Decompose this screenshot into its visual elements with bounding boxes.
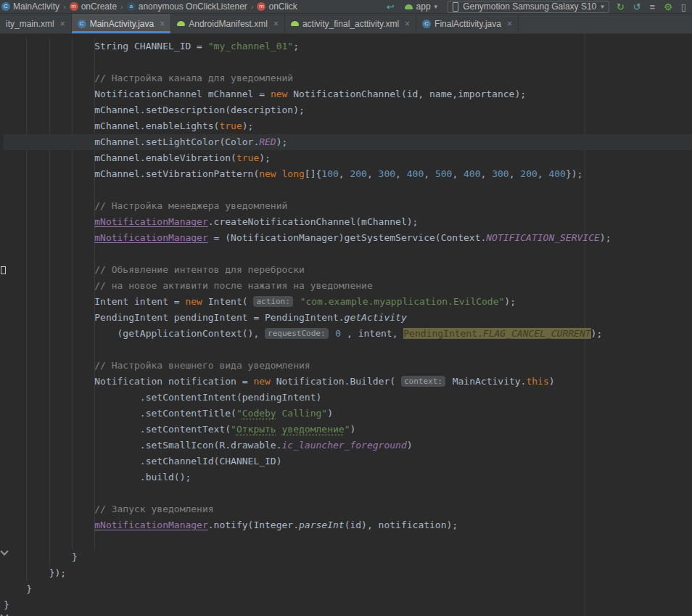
tab-label: activity_final_acttivity.xml — [302, 19, 399, 29]
code-line[interactable]: } — [4, 581, 692, 597]
code-token: mChannel.setVibrationPattern( — [94, 168, 259, 179]
code-line[interactable]: mChannel.setLightColor(Color.RED); — [4, 134, 692, 150]
code-line[interactable]: String CHANNEL_ID = "my_channel_01"; — [4, 38, 692, 54]
code-token: // Запуск уведомления — [94, 504, 213, 514]
code-line[interactable]: }); — [4, 565, 692, 581]
tab-label: ity_main.xml — [6, 19, 54, 29]
toolbar-action-icons: ↻↺≡⚙▯ — [617, 2, 686, 12]
code-token: ); — [276, 136, 288, 147]
code-line[interactable]: (getApplicationContext(), requestCode: 0… — [4, 326, 692, 342]
close-tab-icon[interactable]: × — [507, 19, 512, 29]
code-line[interactable]: .setContentTitle("Codeby Calling") — [4, 406, 692, 422]
code-token: // на новое активити после нажатия на ув… — [94, 280, 373, 291]
code-token: mChannel.setLightColor(Color. — [94, 136, 259, 147]
android-file-icon — [177, 21, 185, 26]
code-line[interactable] — [4, 54, 692, 70]
code-line[interactable]: mChannel.enableLights(true); — [4, 118, 692, 134]
breadcrumb-item-onclick[interactable]: monClick — [257, 1, 297, 12]
code-token: NOTIFICATION_SERVICE — [486, 232, 600, 243]
code-line[interactable]: PendingIntent pendingIntent = PendingInt… — [4, 310, 692, 326]
breadcrumb-label: anonymous OnClickListener — [139, 1, 247, 12]
code-line[interactable]: mNotificationManager.notify(Integer.pars… — [4, 517, 692, 533]
code-line[interactable]: } — [4, 549, 692, 565]
code-line[interactable] — [4, 342, 692, 358]
code-token: , intent, — [341, 328, 403, 339]
editor-tab-ity-main-xml[interactable]: ity_main.xml× — [0, 14, 72, 33]
code-line[interactable]: .build(); — [4, 469, 692, 485]
breadcrumb-item-mainactivity[interactable]: CMainActivity — [1, 1, 59, 12]
editor-tab-finalacttivity-java[interactable]: CFinalActtivity.java× — [416, 14, 519, 33]
code-line[interactable]: // Запуск уведомления — [4, 501, 692, 517]
code-line[interactable]: mChannel.enableVibration(true); — [4, 150, 692, 166]
fold-marker-icon[interactable] — [0, 547, 8, 555]
fold-marker-icon[interactable] — [0, 611, 8, 616]
code-token: ); — [504, 296, 516, 307]
code-token: // Настройка менеджера уведомлений — [94, 200, 287, 211]
code-line[interactable]: // Обьявление интентов для переброски — [4, 262, 692, 278]
code-token: ) — [350, 424, 355, 435]
phone-device-icon[interactable]: ▯ — [681, 2, 686, 12]
code-token: , — [367, 168, 379, 179]
parameter-hint-badge: action: — [253, 296, 292, 307]
code-token: ) — [549, 376, 555, 387]
close-tab-icon[interactable]: × — [273, 19, 279, 29]
code-line[interactable]: // Настройка канала для уведомлений — [4, 70, 692, 86]
rotate-arrow-icon[interactable]: ↺ — [633, 2, 641, 12]
editor-tab-mainactivity-java[interactable]: CMainActivity.java× — [72, 14, 172, 33]
close-tab-icon[interactable]: × — [160, 19, 165, 29]
code-token: 300 — [492, 168, 508, 179]
code-token: уведомление — [282, 424, 345, 435]
code-token: ; — [293, 41, 299, 52]
close-tab-icon[interactable]: × — [405, 19, 410, 29]
code-token: new — [259, 168, 276, 179]
code-line[interactable]: .setContentText("Открыть уведомление") — [4, 422, 692, 438]
code-editor[interactable]: String CHANNEL_ID = "my_channel_01"; // … — [0, 34, 692, 616]
device-label: Genymotion Samsung Galaxy S10 — [463, 1, 596, 12]
code-line[interactable]: Intent intent = new Intent( action: "com… — [4, 294, 692, 310]
code-token: new — [185, 296, 202, 307]
code-token: " — [236, 408, 242, 419]
code-line[interactable] — [4, 246, 692, 262]
sync-arrows-icon[interactable]: ↻ — [617, 2, 625, 12]
code-line[interactable]: Notification notification = new Notifica… — [4, 374, 692, 390]
parameter-hint-badge: requestCode: — [265, 328, 328, 339]
code-line[interactable]: .setContentIntent(pendingIntent) — [4, 390, 692, 406]
code-token: .notify(Integer. — [208, 520, 299, 530]
breadcrumb: CMainActivity›monCreate›aanonymous OnCli… — [1, 1, 297, 12]
code-token: = (NotificationManager)getSystemService(… — [208, 232, 487, 243]
back-arrow-icon[interactable]: ↩ — [387, 2, 395, 12]
code-token: 400 — [464, 168, 480, 179]
code-line[interactable]: // Настройка внешнего вида уведомления — [4, 358, 692, 374]
code-line[interactable]: mNotificationManager.createNotificationC… — [4, 214, 692, 230]
code-line[interactable]: mChannel.setVibrationPattern(new long[]{… — [4, 166, 692, 182]
close-tab-icon[interactable]: × — [60, 19, 65, 29]
code-line[interactable]: // на новое активити после нажатия на ув… — [4, 278, 692, 294]
code-line[interactable]: mNotificationManager = (NotificationMana… — [4, 230, 692, 246]
code-line[interactable]: } — [4, 597, 692, 613]
code-token: mChannel.enableLights( — [94, 120, 219, 131]
code-line[interactable] — [4, 485, 692, 501]
code-line[interactable] — [4, 533, 692, 549]
run-config-label: app — [416, 1, 431, 12]
code-token: getActivity — [345, 312, 407, 323]
device-selector[interactable]: Genymotion Samsung Galaxy S10 ▾ — [448, 1, 609, 13]
code-line[interactable]: // Настройка менеджера уведомлений — [4, 198, 692, 214]
code-area[interactable]: String CHANNEL_ID = "my_channel_01"; // … — [0, 34, 692, 613]
breadcrumb-item-anonymous-onclicklistener[interactable]: aanonymous OnClickListener — [127, 1, 247, 12]
code-token: 500 — [435, 168, 452, 179]
main-toolbar: CMainActivity›monCreate›aanonymous OnCli… — [0, 0, 692, 14]
breadcrumb-item-oncreate[interactable]: monCreate — [70, 1, 117, 12]
code-line[interactable]: NotificationChannel mChannel = new Notif… — [4, 86, 692, 102]
gear-icon[interactable]: ⚙ — [664, 2, 672, 12]
code-line[interactable]: .setSmallIcon(R.drawable.ic_launcher_for… — [4, 438, 692, 453]
code-line[interactable]: mChannel.setDescription(description); — [4, 102, 692, 118]
run-configuration-selector[interactable]: app ▾ — [402, 1, 441, 12]
list-lines-icon[interactable]: ≡ — [650, 2, 656, 12]
code-line[interactable] — [4, 182, 692, 198]
editor-tab-activity-final-acttivity-xml[interactable]: activity_final_acttivity.xml× — [285, 14, 416, 33]
editor-tab-androidmanifest-xml[interactable]: AndroidManifest.xml× — [171, 14, 285, 33]
code-token: ) — [407, 440, 413, 451]
code-token: .setChannelId(CHANNEL_ID) — [140, 456, 282, 467]
code-token: , — [395, 168, 407, 179]
code-line[interactable]: .setChannelId(CHANNEL_ID) — [4, 453, 692, 469]
